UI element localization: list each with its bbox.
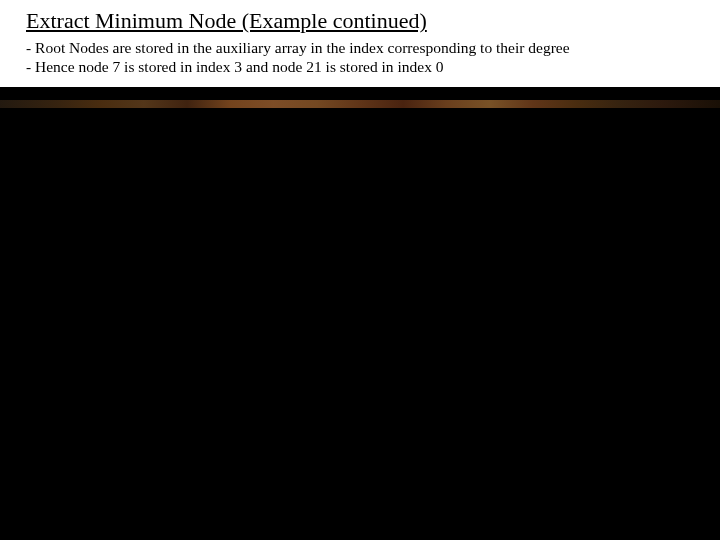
- decorative-strip: [0, 100, 720, 108]
- slide-line-2: - Hence node 7 is stored in index 3 and …: [26, 58, 444, 75]
- slide-body: - Root Nodes are stored in the auxiliary…: [26, 38, 694, 77]
- slide-header: Extract Minimum Node (Example continued)…: [0, 0, 720, 87]
- slide-line-1: - Root Nodes are stored in the auxiliary…: [26, 39, 570, 56]
- slide-title: Extract Minimum Node (Example continued): [26, 8, 694, 34]
